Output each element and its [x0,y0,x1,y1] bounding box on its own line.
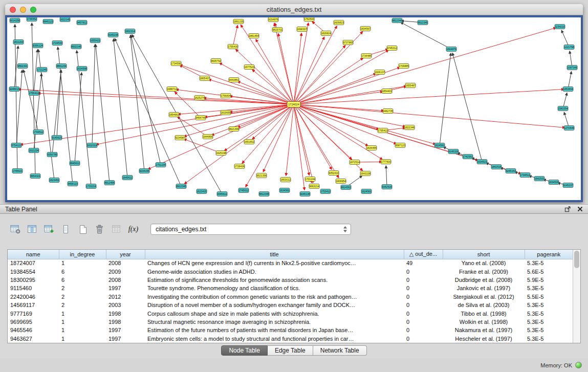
graph-node[interactable]: 1625274 [194,96,205,100]
citation-edge[interactable] [294,28,336,105]
citation-edge[interactable] [294,90,562,104]
graph-edge[interactable] [24,72,38,132]
graph-node[interactable]: 9621399 [229,127,239,132]
graph-node[interactable]: 1744512 [33,130,43,135]
graph-node[interactable]: 9356789 [47,152,57,157]
graph-node[interactable]: 1688712 [167,87,177,92]
graph-node[interactable]: 9521356 [256,173,267,178]
graph-node[interactable]: 1795422 [378,128,388,133]
row-height-button[interactable] [59,223,73,236]
graph-node[interactable]: 9562341 [17,64,28,69]
graph-edge[interactable] [130,37,144,171]
graph-node[interactable]: 1755430 [228,45,238,49]
scrollbar-thumb[interactable] [574,251,579,268]
citation-edge[interactable] [20,90,294,104]
graph-node[interactable]: 9145326 [448,149,459,154]
column-header[interactable]: pagerank [525,250,573,259]
graph-node[interactable]: 8845123 [43,19,53,24]
graph-node[interactable]: 1698307 [297,27,307,32]
graph-node[interactable]: 1645612 [122,176,133,180]
graph-node[interactable]: 1623415 [197,189,207,194]
graph-node[interactable]: 1755412 [29,91,39,96]
graph-edge[interactable] [34,76,41,150]
graph-node[interactable]: 1724533 [52,41,62,46]
network-canvas-svg[interactable]: 1724024180301295213561728436162519818448… [7,17,581,200]
close-window-button[interactable] [10,7,16,13]
graph-node[interactable]: 1834567 [360,27,371,31]
graph-node[interactable]: 1854401 [382,89,392,94]
table-row[interactable]: 911546021997Tourette syndrome. Phenomeno… [8,284,573,292]
network-view[interactable]: 1724024180301295213561728436162519818448… [5,15,583,202]
graph-node[interactable]: 1154210 [555,25,565,29]
citation-edge[interactable] [294,104,403,126]
table-row[interactable]: 1830029562008Estimation of significance … [8,276,573,284]
graph-node[interactable]: 9663214 [309,184,319,189]
graph-node[interactable]: 1824561 [434,143,445,148]
citation-edge[interactable] [294,104,313,180]
graph-node[interactable]: 8754123 [11,143,21,148]
graph-node[interactable]: 8845612 [70,161,80,166]
graph-node[interactable]: 9605792 [211,59,221,63]
graph-node[interactable]: 9014256 [10,18,20,23]
graph-node[interactable]: 1861454 [249,34,259,38]
graph-node[interactable]: 1623451 [49,178,59,183]
column-header[interactable]: year [106,250,145,259]
citation-edge[interactable] [213,104,294,135]
graph-node[interactable]: 1842516 [491,165,502,169]
delete-button[interactable] [93,223,106,236]
graph-node[interactable]: 8914562 [341,185,351,190]
graph-node[interactable]: 1622145 [60,17,70,22]
citation-edge[interactable] [40,94,294,105]
column-header[interactable]: title [145,250,404,259]
graph-node[interactable]: 9345612 [217,192,227,196]
graph-node[interactable]: 8812346 [392,18,402,23]
table-row[interactable]: 1872400712008Changes of HCN gene express… [8,259,573,267]
graph-node[interactable]: 1751234 [156,163,166,167]
window-titlebar[interactable]: citations_edges.txt [5,4,583,15]
graph-edge[interactable] [386,168,387,187]
citation-edge[interactable] [294,92,381,104]
graph-node[interactable]: 1805437 [200,76,210,81]
graph-node[interactable]: 9912345 [418,20,428,25]
graph-node[interactable]: 9145236 [108,33,118,37]
column-header[interactable]: name [8,250,59,259]
table-row[interactable]: 946362711997Embryonic stem cells: a mode… [8,335,573,343]
column-header[interactable]: short [443,250,525,259]
new-table-button[interactable] [76,223,90,236]
table-row[interactable]: 946554611997Estimation of the future num… [8,326,573,334]
graph-node[interactable]: 9245163 [506,169,516,173]
citation-edge[interactable] [275,26,294,104]
citation-edge[interactable] [254,71,294,104]
citation-edge[interactable] [294,104,395,143]
create-column-button[interactable] [42,223,56,236]
graph-node[interactable]: 1736552 [27,17,37,21]
graph-node[interactable]: 1745612 [238,188,249,193]
graph-node[interactable]: 1664879 [446,47,456,52]
tab-node-table[interactable]: Node Table [221,345,268,356]
graph-node[interactable]: 9458123 [68,182,78,186]
graph-node[interactable]: 1753412 [320,189,331,194]
graph-node[interactable]: 1891235 [233,19,244,24]
citation-edge[interactable] [247,104,294,185]
graph-node[interactable]: 8891234 [56,64,67,69]
graph-node[interactable]: 9352410 [329,171,339,176]
table-row[interactable]: 1938455462009Genome-wide association stu… [8,267,573,275]
graph-node[interactable]: 1756834 [221,94,231,98]
graph-edge[interactable] [453,55,482,162]
graph-node[interactable]: 1872514 [350,160,360,165]
close-panel-button[interactable] [577,206,583,212]
graph-node[interactable]: 9245613 [9,87,19,92]
graph-node[interactable]: 1803012 [280,178,291,182]
graph-edge[interactable] [114,41,127,178]
import-table-button[interactable] [110,223,123,236]
graph-edge[interactable] [52,72,61,155]
graph-node[interactable]: 1270549 [564,126,574,130]
graph-node[interactable]: 1711245 [37,68,47,72]
graph-node[interactable]: 1655421 [90,38,100,43]
graph-node[interactable]: 1826824 [321,31,331,36]
graph-node[interactable]: 9462735 [383,109,393,114]
table-row[interactable]: 977716911998Corpus callosum shape and si… [8,309,573,317]
citation-edge[interactable] [294,28,554,104]
graph-node[interactable]: 1854663 [169,113,179,117]
graph-edge[interactable] [34,52,37,93]
